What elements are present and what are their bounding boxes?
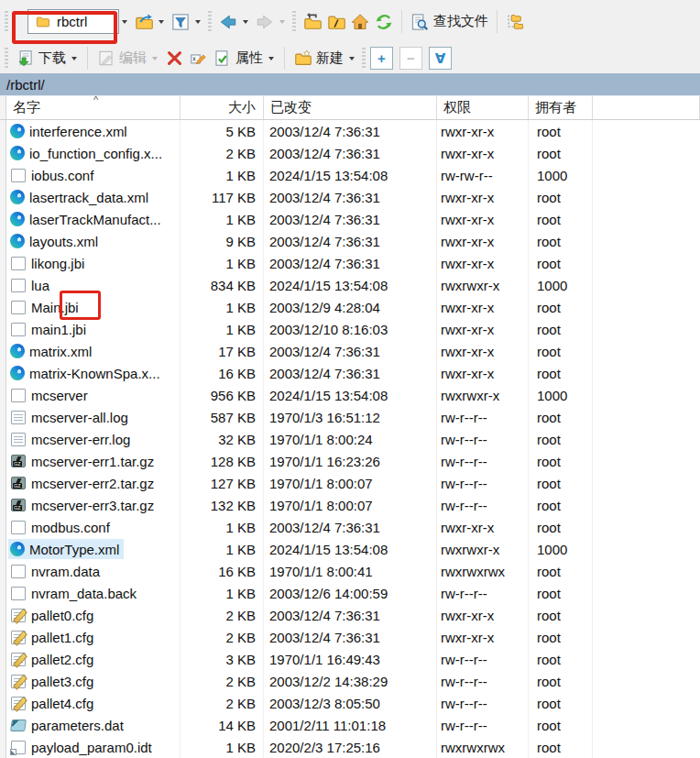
directory-combo-dropdown[interactable] <box>119 9 132 34</box>
toolbar-grip[interactable] <box>292 11 296 33</box>
table-row[interactable]: modbus.conf1 KB2003/12/4 7:36:31rwxr-xr-… <box>0 516 700 538</box>
download-button[interactable]: 下载 <box>14 45 68 72</box>
home-icon <box>351 13 369 31</box>
filter-button[interactable] <box>170 8 191 36</box>
file-name: modbus.conf <box>31 520 110 535</box>
table-row[interactable]: lua834 KB2024/1/15 13:54:08rwxrwxr-x1000 <box>0 274 700 296</box>
column-header-size[interactable]: 大小 <box>180 96 264 119</box>
table-row[interactable]: layouts.xml9 KB2003/12/4 7:36:31rwxr-xr-… <box>0 230 700 252</box>
forward-dropdown[interactable] <box>279 20 285 24</box>
file-owner: root <box>529 450 593 472</box>
delete-button[interactable] <box>163 45 185 72</box>
file-changed: 2003/12/9 4:28:04 <box>264 296 437 318</box>
table-row[interactable]: matrix.xml17 KB2003/12/4 7:36:31rwxr-xr-… <box>0 340 700 362</box>
edit-button[interactable]: 编辑 <box>94 45 148 72</box>
download-dropdown[interactable] <box>71 57 77 60</box>
open-directory-dropdown[interactable] <box>159 20 164 24</box>
table-row[interactable]: likong.jbi1 KB2003/12/4 7:36:31rwxr-xr-x… <box>0 252 700 274</box>
table-row[interactable]: pallet4.cfg2 KB2003/12/3 8:05:50rw-r--r-… <box>0 692 700 714</box>
table-row[interactable]: mcserver-all.log587 KB1970/1/3 16:51:12r… <box>0 406 700 428</box>
refresh-button[interactable] <box>373 8 395 36</box>
new-button[interactable]: 新建 <box>291 45 345 72</box>
file-name-cell: mcserver-err1.tar.gz <box>6 450 180 472</box>
table-row[interactable]: Main.jbi1 KB2003/12/9 4:28:04rwxr-xr-xro… <box>0 296 700 318</box>
back-button[interactable] <box>217 8 239 36</box>
column-header-owner[interactable]: 拥有者 <box>529 96 593 119</box>
table-row[interactable]: mcserver-err2.tar.gz127 KB1970/1/1 8:00:… <box>0 472 700 494</box>
file-name: io_function_config.x... <box>29 146 162 161</box>
toolbar-grip[interactable] <box>5 11 8 33</box>
open-directory-button[interactable] <box>133 8 155 36</box>
forward-button[interactable] <box>254 8 276 36</box>
file-changed: 1970/1/1 16:49:43 <box>264 648 437 670</box>
row-filler <box>593 230 700 252</box>
filter-dropdown[interactable] <box>195 20 201 24</box>
table-row[interactable]: MotorType.xml1 KB2024/1/15 13:54:08rwxrw… <box>0 538 700 560</box>
file-name: mcserver-err1.tar.gz <box>31 454 154 469</box>
table-row[interactable]: laserTrackManufact...1 KB2003/12/4 7:36:… <box>0 208 700 230</box>
edge-file-icon <box>10 542 25 556</box>
unselect-files-button[interactable]: − <box>399 47 422 70</box>
file-rights: rwxr-xr-x <box>437 340 529 362</box>
properties-dropdown[interactable] <box>268 57 274 60</box>
file-rights: rwxr-xr-x <box>437 604 529 626</box>
file-size: 1 KB <box>180 538 264 560</box>
file-list: interference.xml5 KB2003/12/4 7:36:31rwx… <box>0 120 700 758</box>
table-row[interactable]: interference.xml5 KB2003/12/4 7:36:31rwx… <box>0 120 700 142</box>
file-changed: 2003/12/4 7:36:31 <box>264 186 437 208</box>
cfg-file-icon <box>11 609 26 622</box>
file-size: 956 KB <box>180 384 264 406</box>
rename-button[interactable] <box>187 45 209 72</box>
toolbar-grip[interactable] <box>5 48 8 70</box>
toolbar-grip[interactable] <box>208 11 212 33</box>
directory-tree-button[interactable] <box>504 8 526 36</box>
parent-folder-icon <box>303 13 322 31</box>
table-row[interactable]: pallet2.cfg3 KB1970/1/1 16:49:43rw-r--r-… <box>0 648 700 670</box>
column-header-changed[interactable]: 已改变 <box>264 96 437 119</box>
root-directory-button[interactable] <box>325 8 347 36</box>
table-row[interactable]: lasertrack_data.xml117 KB2003/12/4 7:36:… <box>0 186 700 208</box>
back-dropdown[interactable] <box>243 20 248 24</box>
invert-selection-button[interactable]: ∀ <box>429 47 452 70</box>
file-changed: 2020/2/3 17:25:16 <box>264 736 437 758</box>
table-row[interactable]: mcserver-err1.tar.gz128 KB1970/1/1 16:23… <box>0 450 700 472</box>
table-row[interactable]: mcserver956 KB2024/1/15 13:54:08rwxrwxr-… <box>0 384 700 406</box>
table-row[interactable]: main1.jbi1 KB2003/12/10 8:16:03rwxr-xr-x… <box>0 318 700 340</box>
parent-directory-button[interactable] <box>301 8 323 36</box>
table-row[interactable]: payload_param0.idt1 KB2020/2/3 17:25:16r… <box>0 736 700 758</box>
select-files-button[interactable]: + <box>370 47 393 70</box>
table-row[interactable]: mcserver-err.log32 KB1970/1/1 8:00:24rw-… <box>0 428 700 450</box>
home-directory-button[interactable] <box>349 8 371 36</box>
table-row[interactable]: io_function_config.x...2 KB2003/12/4 7:3… <box>0 142 700 164</box>
edit-dropdown[interactable] <box>152 57 158 60</box>
edit-label: 编辑 <box>119 49 147 67</box>
directory-combo[interactable]: rbctrl <box>27 9 119 34</box>
file-rights: rw-r--r-- <box>437 406 529 428</box>
table-row[interactable]: iobus.conf1 KB2024/1/15 13:54:08rw-rw-r-… <box>0 164 700 186</box>
row-left-gutter <box>0 296 6 318</box>
table-row[interactable]: matrix-KnownSpa.x...16 KB2003/12/4 7:36:… <box>0 362 700 384</box>
file-owner: root <box>529 714 593 736</box>
toolbar-grip[interactable] <box>362 48 366 70</box>
find-files-button[interactable]: 查找文件 <box>409 8 490 36</box>
properties-button[interactable]: 属性 <box>211 45 265 72</box>
row-left-gutter <box>0 252 6 274</box>
path-bar[interactable]: /rbctrl/ <box>0 73 700 96</box>
file-rights: rwxrwxr-x <box>437 274 529 296</box>
table-row[interactable]: pallet3.cfg2 KB2003/12/2 14:38:29rw-r--r… <box>0 670 700 692</box>
table-row[interactable]: pallet1.cfg2 KB2003/12/4 7:36:31rwxr-xr-… <box>0 626 700 648</box>
file-name: Main.jbi <box>31 300 79 315</box>
table-row[interactable]: parameters.dat14 KB2001/2/11 11:01:18rw-… <box>0 714 700 736</box>
table-row[interactable]: pallet0.cfg2 KB2003/12/4 7:36:31rwxr-xr-… <box>0 604 700 626</box>
column-header-rights[interactable]: 权限 <box>437 96 529 119</box>
new-dropdown[interactable] <box>349 57 355 60</box>
table-row[interactable]: mcserver-err3.tar.gz132 KB1970/1/1 8:00:… <box>0 494 700 516</box>
file-changed: 2024/1/15 13:54:08 <box>264 164 437 186</box>
table-row[interactable]: nvram_data.back1 KB2003/12/6 14:00:59rw-… <box>0 582 700 604</box>
column-header-name[interactable]: 名字 ^ <box>6 96 180 119</box>
toolbar-separator <box>87 47 88 70</box>
file-name: pallet1.cfg <box>31 630 93 645</box>
rename-icon <box>189 49 207 68</box>
row-left-gutter <box>0 274 6 296</box>
table-row[interactable]: nvram.data16 KB1970/1/1 8:00:41rwxrwxrwx… <box>0 560 700 582</box>
